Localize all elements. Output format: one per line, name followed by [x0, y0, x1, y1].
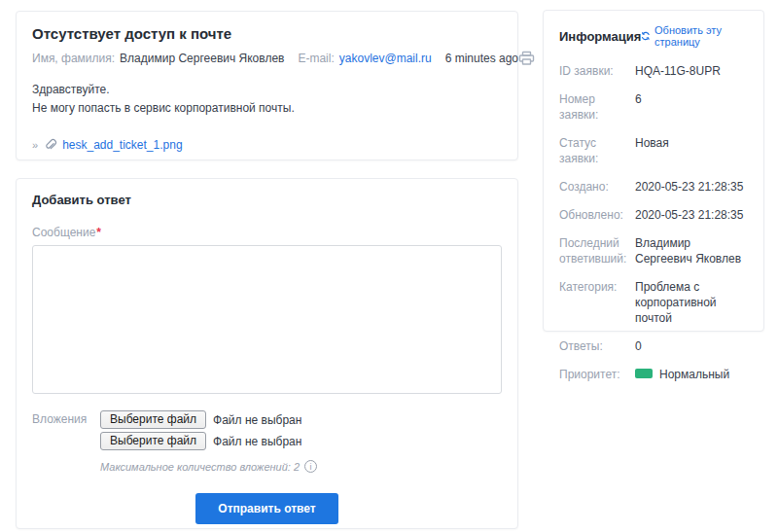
info-row-value-text: Владимир Сергеевич Яковлев: [635, 236, 741, 266]
info-row-value: HQA-11G-8UPR: [635, 63, 721, 79]
info-row: Ответы:0: [559, 338, 748, 354]
info-row-label: Ответы:: [559, 338, 635, 354]
paperclip-icon: [44, 138, 57, 152]
info-row-label: Обновлено:: [559, 207, 635, 223]
info-row-label: ID заявки:: [559, 63, 635, 79]
message-line: Здравствуйте.: [32, 81, 502, 99]
info-row-value: 2020-05-23 21:28:35: [635, 207, 743, 223]
attachments-label: Вложения: [32, 410, 100, 450]
requester-name: Владимир Сергеевич Яковлев: [120, 52, 284, 65]
name-label: Имя, фамилия:: [32, 52, 115, 65]
info-row-label: Приоритет:: [559, 367, 635, 382]
info-row-label: Последний ответивший:: [559, 235, 635, 266]
reply-form-title: Добавить ответ: [32, 193, 502, 207]
info-panel-header: Информация Обновить эту страницу: [559, 24, 748, 48]
submit-row: Отправить ответ: [32, 493, 502, 524]
choose-file-button[interactable]: Выберите файл: [100, 410, 206, 429]
info-row-value: Новая: [635, 135, 669, 166]
attachment-marker-icon: »: [32, 139, 38, 151]
email-label: E-mail:: [298, 52, 334, 65]
no-file-chosen-text: Файл не выбран: [213, 435, 301, 448]
reply-card: Добавить ответ Сообщение* Вложения Выбер…: [16, 178, 518, 529]
info-row-value-text: 6: [635, 92, 642, 106]
info-row-value-text: 0: [635, 339, 642, 353]
submit-reply-button[interactable]: Отправить ответ: [195, 493, 337, 524]
info-row-value: Нормальный: [635, 367, 729, 382]
file-input-row: Выберите файл Файл не выбран: [100, 432, 301, 450]
print-button[interactable]: [518, 51, 535, 66]
info-row-value: Владимир Сергеевич Яковлев: [635, 235, 748, 266]
choose-file-button[interactable]: Выберите файл: [100, 432, 206, 450]
ticket-card: Отсутствует доступ к почте Имя, фамилия:…: [16, 11, 518, 160]
info-row-value-text: Новая: [635, 136, 669, 150]
file-input-row: Выберите файл Файл не выбран: [100, 410, 301, 429]
info-row-value: 2020-05-23 21:28:35: [635, 179, 743, 195]
info-row-label: Категория:: [559, 279, 635, 326]
attachment-link[interactable]: hesk_add_ticket_1.png: [62, 138, 182, 152]
info-row-value-text: HQA-11G-8UPR: [635, 64, 721, 78]
info-row-value-text: Нормальный: [659, 368, 729, 381]
info-row-value: Проблема с корпоративной почтой: [635, 279, 748, 326]
info-row: Статус заявки:Новая: [559, 135, 748, 166]
info-rows: ID заявки:HQA-11G-8UPRНомер заявки:6Стат…: [559, 63, 748, 382]
info-row: Категория:Проблема с корпоративной почто…: [559, 279, 748, 326]
message-line: Не могу попасть в сервис корпоративной п…: [32, 99, 502, 118]
message-label-text: Сообщение: [32, 226, 95, 239]
info-row-value: 0: [635, 338, 642, 354]
refresh-page-label: Обновить эту страницу: [654, 24, 748, 48]
info-icon[interactable]: i: [304, 460, 317, 473]
info-row: Создано:2020-05-23 21:28:35: [559, 179, 748, 195]
info-row: Приоритет:Нормальный: [559, 367, 748, 382]
info-row: Последний ответивший:Владимир Сергеевич …: [559, 235, 748, 266]
info-row: ID заявки:HQA-11G-8UPR: [559, 63, 748, 79]
info-row: Обновлено:2020-05-23 21:28:35: [559, 207, 748, 223]
info-panel: Информация Обновить эту страницу ID заяв…: [543, 10, 764, 332]
ticket-attachment-row: » hesk_add_ticket_1.png: [32, 138, 502, 152]
info-panel-title: Информация: [559, 29, 641, 44]
info-row-value-text: Проблема с корпоративной почтой: [635, 280, 717, 325]
info-row-value: 6: [635, 91, 642, 123]
max-attachments-note: Максимальное количество вложений: 2 i: [100, 460, 502, 473]
max-attachments-text: Максимальное количество вложений: 2: [100, 461, 300, 473]
refresh-icon: [641, 30, 651, 42]
file-input-rows: Выберите файл Файл не выбран Выберите фа…: [100, 410, 301, 450]
info-row-label: Создано:: [559, 179, 635, 195]
info-row-label: Номер заявки:: [559, 91, 635, 123]
reply-message-textarea[interactable]: [32, 245, 502, 394]
info-row-value-text: 2020-05-23 21:28:35: [635, 208, 743, 222]
ticket-meta-row: Имя, фамилия: Владимир Сергеевич Яковлев…: [32, 51, 502, 66]
ticket-title: Отсутствует доступ к почте: [32, 25, 502, 42]
priority-color-chip: [635, 369, 653, 378]
info-row-label: Статус заявки:: [559, 135, 635, 166]
requester-email-link[interactable]: yakovlev@mail.ru: [339, 52, 432, 65]
no-file-chosen-text: Файл не выбран: [213, 413, 301, 427]
printer-icon: [518, 51, 535, 66]
attachments-section: Вложения Выберите файл Файл не выбран Вы…: [32, 410, 502, 450]
refresh-page-link[interactable]: Обновить эту страницу: [641, 24, 748, 48]
ticket-message: Здравствуйте. Не могу попасть в сервис к…: [32, 81, 502, 118]
message-field-label: Сообщение*: [32, 226, 502, 239]
info-row-value-text: 2020-05-23 21:28:35: [635, 180, 743, 194]
required-asterisk: *: [96, 226, 101, 239]
ticket-time-ago: 6 minutes ago: [445, 52, 518, 65]
info-row: Номер заявки:6: [559, 91, 748, 123]
